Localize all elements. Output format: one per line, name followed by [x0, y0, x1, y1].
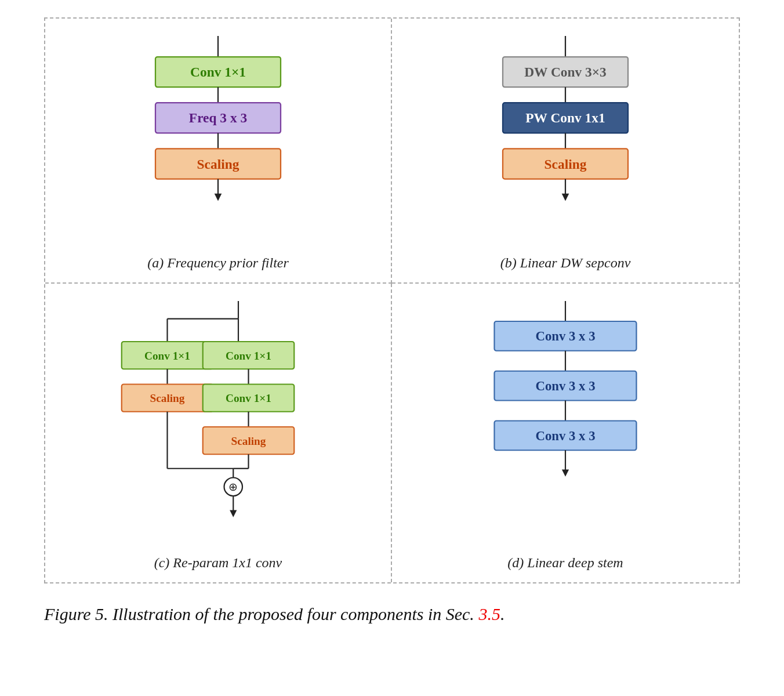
- svg-text:Conv 1×1: Conv 1×1: [190, 64, 246, 79]
- quadrant-tr: DW Conv 3×3 PW Conv 1x1 Scaling (b) Line…: [392, 19, 739, 284]
- caption-d: (d) Linear deep stem: [507, 555, 623, 571]
- svg-text:Scaling: Scaling: [150, 392, 185, 404]
- figure-caption-suffix: .: [500, 604, 505, 624]
- figure-caption-prefix: Figure 5. Illustration of the proposed f…: [44, 604, 478, 624]
- svg-text:Conv 1×1: Conv 1×1: [144, 350, 190, 362]
- svg-text:Conv 1×1: Conv 1×1: [226, 392, 271, 404]
- svg-marker-21: [562, 194, 569, 201]
- svg-text:Conv 1×1: Conv 1×1: [226, 350, 271, 362]
- svg-text:Scaling: Scaling: [545, 157, 587, 172]
- svg-text:Scaling: Scaling: [197, 157, 239, 172]
- svg-marker-47: [230, 510, 237, 517]
- diagram-a: Conv 1×1 Freq 3 x 3 Scaling: [57, 36, 379, 245]
- quadrant-tl: Conv 1×1 Freq 3 x 3 Scaling (a) Frequenc…: [45, 19, 392, 284]
- svg-text:Freq 3 x 3: Freq 3 x 3: [189, 110, 247, 125]
- quadrant-bl: Conv 1×1 Conv 1×1 Scaling Conv 1×1 Scali…: [45, 284, 392, 582]
- caption-a: (a) Frequency prior filter: [147, 255, 289, 271]
- quadrant-br: Conv 3 x 3 Conv 3 x 3 Conv 3 x 3 (d) Lin…: [392, 284, 739, 582]
- caption-b: (b) Linear DW sepconv: [500, 255, 631, 271]
- figure-caption: Figure 5. Illustration of the proposed f…: [44, 604, 740, 624]
- svg-text:PW Conv 1x1: PW Conv 1x1: [525, 110, 605, 125]
- diagram-container: Conv 1×1 Freq 3 x 3 Scaling (a) Frequenc…: [44, 17, 740, 583]
- svg-text:Conv 3 x 3: Conv 3 x 3: [535, 429, 595, 443]
- svg-marker-58: [562, 470, 569, 477]
- diagram-d: Conv 3 x 3 Conv 3 x 3 Conv 3 x 3: [404, 301, 727, 545]
- svg-text:⊕: ⊕: [228, 481, 238, 493]
- diagram-c: Conv 1×1 Conv 1×1 Scaling Conv 1×1 Scali…: [57, 301, 379, 545]
- svg-text:Scaling: Scaling: [231, 435, 266, 447]
- figure-caption-ref: 3.5: [478, 604, 500, 624]
- svg-marker-10: [215, 194, 222, 201]
- caption-c: (c) Re-param 1x1 conv: [154, 555, 282, 571]
- svg-text:Conv 3 x 3: Conv 3 x 3: [535, 379, 595, 393]
- diagram-b: DW Conv 3×3 PW Conv 1x1 Scaling: [404, 36, 727, 245]
- svg-text:DW Conv 3×3: DW Conv 3×3: [524, 64, 607, 79]
- svg-text:Conv 3 x 3: Conv 3 x 3: [535, 329, 595, 343]
